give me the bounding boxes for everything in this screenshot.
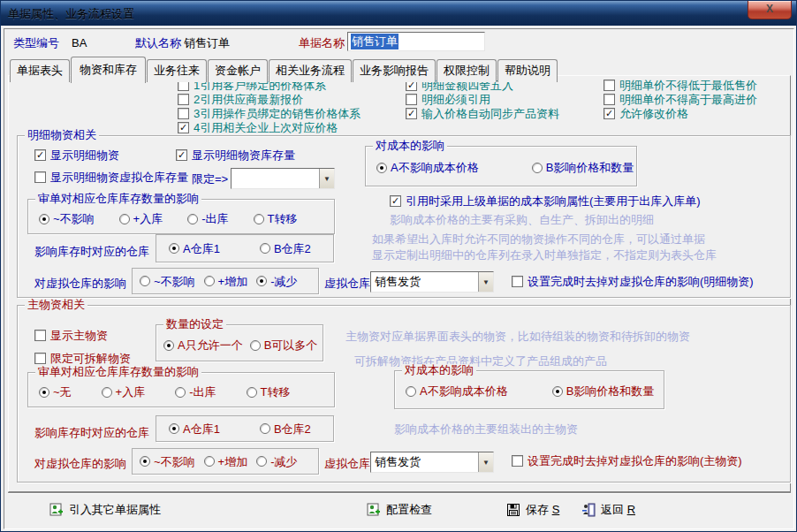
main-clear-virtual-checkbox[interactable]: 设置完成时去掉对虚拟仓库的影响(主物资) — [512, 454, 742, 467]
main-virtual-warehouse-combobox[interactable]: 销售发货 ▼ — [370, 452, 494, 473]
radio-in-stock[interactable]: +入库 — [102, 385, 146, 399]
option-label: 允许修改价格 — [619, 107, 688, 120]
combobox-value: 销售发货 — [371, 272, 478, 292]
detail-materials-group-title: 明细物资相关 — [25, 129, 99, 141]
config-check-button[interactable]: 配置检查 — [367, 502, 432, 518]
option-supplier-latest-quote[interactable]: 2引用供应商最新报价 — [178, 93, 303, 106]
radio-virtual-decrease[interactable]: -减少 — [256, 455, 297, 468]
main-warehouse-label: 影响库存时对应的仓库 — [34, 426, 149, 439]
radio-cost-no-impact[interactable]: A不影响成本价格 — [376, 161, 479, 174]
show-main-material-checkbox[interactable]: 显示主物资 — [34, 329, 108, 342]
chevron-down-icon[interactable]: ▼ — [319, 169, 334, 188]
main-virtual-warehouse-label: 虚拟仓库 — [324, 457, 370, 470]
tab-strip: 单据表头 物资和库存 业务往来 资金帐户 相关业务流程 业务影响报告 权限控制 … — [10, 56, 558, 82]
option-operator-price-system[interactable]: 3引用操作员绑定的销售价格体系 — [178, 107, 361, 120]
radio-none[interactable]: ~无 — [39, 385, 72, 399]
detail-virtual-warehouse-combobox[interactable]: 销售发货 ▼ — [370, 271, 494, 293]
show-detail-stock-checkbox[interactable]: 显示明细物资库存量 — [176, 148, 295, 162]
limit-combobox[interactable]: ▼ — [231, 168, 335, 189]
default-name-value: 销售订单 — [184, 36, 230, 49]
main-cost-impact-group: 对成本的影响 A不影响成本价格 B影响价格和数量 — [394, 370, 664, 409]
chevron-down-icon[interactable]: ▼ — [478, 272, 493, 292]
radio-label: T转移 — [261, 385, 291, 399]
radio-multiple[interactable]: B可以多个 — [250, 338, 318, 352]
import-doc-attrs-button[interactable]: 引入其它单据属性 — [49, 502, 161, 518]
detail-audit-impact-title: 审单对相应仓库库存数量的影响 — [35, 193, 201, 205]
radio-out-stock[interactable]: -出库 — [175, 385, 216, 399]
detail-cost-hint: 影响成本价格的主要有采购、自生产、拆卸出的明细 — [390, 213, 654, 226]
radio-label: A只允许一个 — [178, 338, 243, 352]
option-detail-must-quote[interactable]: 明细必须引用 — [406, 93, 490, 106]
radio-label: +入库 — [116, 385, 146, 399]
option-label: 设置完成时去掉对虚拟仓库的影响(明细物资) — [528, 275, 754, 288]
radio-virtual-increase[interactable]: +增加 — [204, 455, 248, 468]
show-detail-materials-checkbox[interactable]: 显示明细物资 — [34, 148, 119, 162]
option-related-company-price[interactable]: 4引用相关企业上次对应价格 — [178, 121, 338, 134]
radio-no-impact[interactable]: ~不影响 — [39, 212, 95, 225]
checkbox-icon — [178, 122, 189, 133]
radio-warehouse-b[interactable]: B仓库2 — [260, 422, 311, 436]
option-sync-product-price[interactable]: 输入价格自动同步产品资料 — [406, 107, 559, 120]
radio-icon — [175, 387, 186, 398]
save-button[interactable]: 保存 S — [506, 502, 559, 518]
tab-permission-control[interactable]: 权限控制 — [436, 59, 497, 82]
detail-cost-impact-group: 对成本的影响 A不影响成本价格 B影响价格和数量 — [365, 146, 637, 186]
close-button[interactable]: X — [748, 1, 792, 19]
checkbox-icon — [34, 330, 46, 341]
radio-cost-price-qty[interactable]: B影响价格和数量 — [552, 384, 655, 398]
config-check-icon — [367, 503, 381, 517]
radio-label: -出库 — [189, 385, 216, 399]
radio-icon — [250, 340, 261, 351]
radio-label: ~不影响 — [154, 455, 195, 468]
option-max-purchase-price[interactable]: 明细单价不得高于最高进价 — [603, 93, 757, 106]
tab-impact-report[interactable]: 业务影响报告 — [353, 59, 436, 82]
detail-warehouse-box: A仓库1 B仓库2 — [156, 234, 334, 262]
footer-separator — [8, 492, 791, 494]
title-bar[interactable]: 单据属性、业务流程设置 — [1, 1, 797, 26]
option-min-sale-price[interactable]: 明细单价不得低于最低售价 — [603, 79, 757, 92]
checkbox-icon — [406, 108, 417, 119]
radio-icon — [204, 456, 215, 467]
radio-virtual-no-impact[interactable]: ~不影响 — [140, 275, 195, 288]
checkbox-icon — [603, 108, 615, 119]
radio-warehouse-a[interactable]: A仓库1 — [169, 422, 220, 436]
tab-related-processes[interactable]: 相关业务流程 — [269, 59, 352, 82]
limit-splittable-checkbox[interactable]: 限定可拆解物资 — [34, 352, 131, 365]
radio-in-stock[interactable]: +入库 — [119, 212, 163, 225]
tab-fund-accounts[interactable]: 资金帐户 — [208, 59, 268, 82]
radio-out-stock[interactable]: -出库 — [187, 212, 228, 225]
chevron-down-icon[interactable]: ▼ — [478, 452, 493, 472]
tab-business-dealings[interactable]: 业务往来 — [147, 59, 207, 82]
radio-virtual-decrease[interactable]: -减少 — [256, 275, 297, 288]
radio-icon — [532, 163, 543, 173]
return-button[interactable]: 返回 R — [581, 502, 635, 518]
radio-icon — [163, 340, 174, 351]
doc-name-input[interactable]: 销售订单 — [347, 32, 485, 51]
radio-icon — [552, 386, 563, 397]
radio-transfer[interactable]: T转移 — [254, 212, 298, 225]
tab-materials-inventory[interactable]: 物资和库存 — [71, 57, 146, 83]
option-label: 引用时采用上级单据的成本影响属性(主要用于出库入库单) — [406, 194, 701, 208]
radio-warehouse-b[interactable]: B仓库2 — [260, 242, 311, 255]
type-number-value: BA — [72, 36, 87, 49]
tab-help[interactable]: 帮助说明 — [497, 59, 558, 82]
radio-cost-no-impact[interactable]: A不影响成本价格 — [406, 384, 508, 398]
option-label: 输入价格自动同步产品资料 — [421, 107, 559, 120]
detail-clear-virtual-checkbox[interactable]: 设置完成时去掉对虚拟仓库的影响(明细物资) — [512, 275, 754, 288]
button-label: 配置检查 — [386, 502, 432, 518]
radio-cost-price-qty[interactable]: B影响价格和数量 — [532, 161, 634, 174]
radio-transfer[interactable]: T转移 — [247, 385, 291, 399]
radio-warehouse-a[interactable]: A仓库1 — [169, 242, 220, 255]
tab-document-header[interactable]: 单据表头 — [10, 59, 70, 82]
radio-virtual-no-impact[interactable]: ~不影响 — [140, 455, 195, 468]
checkbox-icon — [512, 276, 523, 287]
radio-icon — [256, 456, 267, 467]
radio-virtual-increase[interactable]: +增加 — [204, 275, 248, 288]
detail-cost-impact-title: 对成本的影响 — [373, 140, 447, 152]
show-virtual-stock-checkbox[interactable]: 显示明细物资虚拟仓库存量 — [34, 171, 188, 184]
radio-label: B仓库2 — [274, 422, 311, 436]
inherit-cost-attr-checkbox[interactable]: 引用时采用上级单据的成本影响属性(主要用于出库入库单) — [390, 194, 701, 208]
option-allow-price-edit[interactable]: 允许修改价格 — [603, 107, 688, 120]
detail-virtual-impact-box: ~不影响 +增加 -减少 — [132, 268, 319, 294]
radio-only-one[interactable]: A只允许一个 — [163, 338, 243, 352]
